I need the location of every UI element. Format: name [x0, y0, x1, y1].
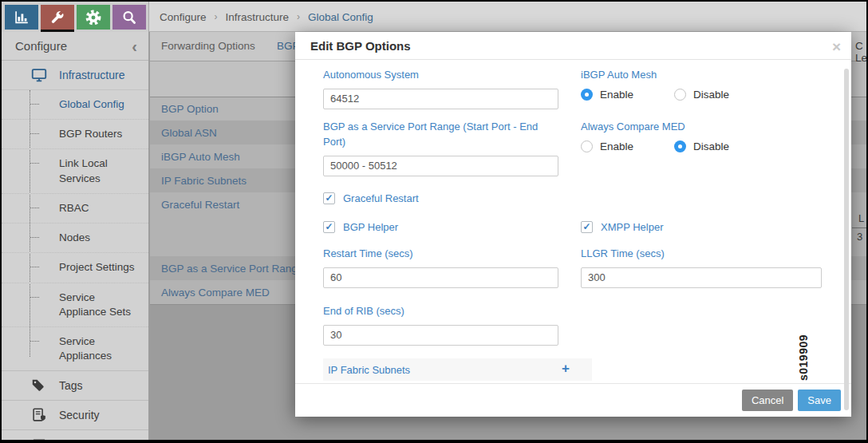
- radio-icon[interactable]: [581, 89, 593, 101]
- autonomous-system-input[interactable]: [323, 89, 558, 109]
- sidebar: Configure ‹ Infrastructure Global Config…: [2, 32, 149, 440]
- wrench-icon: [49, 10, 65, 26]
- field-label: iBGP Auto Mesh: [581, 68, 822, 83]
- field-label: Always Compare MED: [581, 120, 822, 135]
- field-label: LLGR Time (secs): [581, 247, 822, 262]
- ip-fabric-subnets-label[interactable]: IP Fabric Subnets: [328, 364, 410, 376]
- row-label-bgp-option[interactable]: BGP Option: [161, 103, 219, 115]
- med-disable-radio[interactable]: Disable: [674, 140, 729, 152]
- cancel-button[interactable]: Cancel: [742, 390, 793, 411]
- restart-time-input[interactable]: [323, 267, 558, 288]
- field-label: Restart Time (secs): [323, 247, 558, 262]
- background-text-fragment: 3: [857, 231, 862, 243]
- sidebar-item-tags[interactable]: Tags: [2, 371, 148, 400]
- session-watermark: s019909: [797, 333, 810, 381]
- configure-wrench-icon[interactable]: [41, 5, 74, 30]
- background-text-fragment: L: [858, 212, 864, 224]
- sidebar-item-infrastructure[interactable]: Infrastructure: [2, 61, 148, 89]
- background-divider-fragment: [852, 227, 866, 228]
- radio-icon[interactable]: [674, 140, 686, 152]
- sidebar-section-infrastructure: Infrastructure Global Config BGP Routers…: [2, 61, 148, 371]
- dialog-footer: Cancel Save: [295, 383, 851, 417]
- field-graceful-restart: Graceful Restart: [323, 192, 558, 221]
- row-label-bgpaas-port-range[interactable]: BGP as a Service Port Range: [161, 263, 303, 275]
- end-of-rib-input[interactable]: [323, 325, 558, 346]
- breadcrumb-separator-icon: ›: [297, 11, 300, 22]
- ibgp-disable-radio[interactable]: Disable: [674, 89, 729, 101]
- checkbox-icon[interactable]: [323, 192, 335, 204]
- sidebar-section-tags: Tags: [2, 371, 148, 401]
- settings-gear-icon[interactable]: [77, 5, 110, 30]
- close-icon[interactable]: ×: [832, 39, 841, 54]
- sidebar-item-label: Tags: [59, 379, 83, 392]
- dialog-header: Edit BGP Options ×: [295, 32, 851, 60]
- med-enable-radio[interactable]: Enable: [581, 140, 674, 152]
- row-label-ip-fabric-subnets[interactable]: IP Fabric Subnets: [161, 175, 247, 187]
- spacer-cell: [581, 192, 822, 221]
- sidebar-item-global-config[interactable]: Global Config: [2, 90, 148, 120]
- sidebar-item-nodes[interactable]: Nodes: [2, 223, 148, 253]
- radio-label: Disable: [693, 140, 729, 152]
- sidebar-item-link-local-services[interactable]: Link Local Services: [2, 149, 148, 193]
- ibgp-auto-mesh-radio-group: Enable Disable: [581, 89, 822, 101]
- sidebar-item-label: Infrastructure: [59, 69, 124, 81]
- bgpaas-port-range-input[interactable]: [323, 156, 558, 176]
- ip-fabric-subnets-section: IP Fabric Subnets +: [323, 358, 592, 381]
- dialog-scrollbar[interactable]: [844, 69, 849, 410]
- row-label-graceful-restart[interactable]: Graceful Restart: [161, 199, 239, 211]
- always-compare-med-radio-group: Enable Disable: [581, 140, 822, 152]
- bar-chart-icon: [13, 9, 30, 26]
- radio-icon[interactable]: [581, 140, 593, 152]
- field-xmpp-helper: XMPP Helper: [581, 221, 822, 247]
- bgp-helper-checkbox[interactable]: BGP Helper: [323, 221, 558, 233]
- sidebar-item-security[interactable]: Security: [2, 401, 148, 429]
- breadcrumb-infrastructure[interactable]: Infrastructure: [226, 11, 290, 23]
- llgr-time-input[interactable]: [581, 267, 822, 288]
- sidebar-title: Configure: [15, 39, 67, 53]
- row-label-always-compare-med[interactable]: Always Compare MED: [161, 287, 270, 299]
- field-restart-time: Restart Time (secs): [323, 247, 558, 304]
- gear-icon: [85, 9, 102, 26]
- sidebar-section-security: Security: [2, 401, 148, 430]
- checkbox-icon[interactable]: [581, 221, 593, 233]
- checkbox-label: Graceful Restart: [343, 192, 419, 204]
- sidebar-item-bgp-routers[interactable]: BGP Routers: [2, 120, 148, 149]
- breadcrumb: Configure › Infrastructure › Global Conf…: [160, 2, 373, 32]
- row-label-global-asn[interactable]: Global ASN: [161, 127, 217, 139]
- tab-forwarding-options[interactable]: Forwarding Options: [161, 40, 255, 52]
- ibgp-enable-radio[interactable]: Enable: [581, 89, 674, 101]
- physical-devices-icon: [30, 436, 48, 440]
- field-label: Autonomous System: [323, 68, 558, 83]
- field-label: End of RIB (secs): [323, 304, 558, 319]
- sidebar-header: Configure ‹: [2, 32, 148, 61]
- breadcrumb-configure[interactable]: Configure: [160, 11, 207, 23]
- monitor-icon: [30, 66, 48, 84]
- sidebar-section-physical-devices: Physical Devices: [2, 430, 148, 440]
- field-label: BGP as a Service Port Range (Start Port …: [323, 120, 558, 150]
- radio-label: Enable: [600, 140, 633, 152]
- application-window: Configure › Infrastructure › Global Conf…: [2, 2, 866, 440]
- sidebar-collapse-icon[interactable]: ‹: [132, 38, 137, 54]
- save-button[interactable]: Save: [798, 390, 841, 411]
- xmpp-helper-checkbox[interactable]: XMPP Helper: [581, 221, 822, 233]
- sidebar-item-service-appliance-sets[interactable]: Service Appliance Sets: [2, 283, 148, 327]
- row-label-ibgp-auto-mesh[interactable]: iBGP Auto Mesh: [161, 151, 240, 163]
- sidebar-item-label: Security: [59, 409, 100, 421]
- sidebar-item-project-settings[interactable]: Project Settings: [2, 253, 148, 283]
- checkbox-label: XMPP Helper: [601, 221, 664, 233]
- field-bgp-helper: BGP Helper: [323, 221, 558, 247]
- monitor-chart-icon[interactable]: [5, 5, 38, 30]
- search-app-icon[interactable]: [112, 5, 146, 30]
- top-bar: Configure › Infrastructure › Global Conf…: [2, 2, 866, 32]
- add-subnet-icon[interactable]: +: [562, 362, 570, 375]
- checkbox-label: BGP Helper: [343, 221, 398, 233]
- sidebar-item-rbac[interactable]: RBAC: [2, 194, 148, 223]
- radio-icon[interactable]: [674, 89, 686, 101]
- sidebar-item-service-appliances[interactable]: Service Appliances: [2, 327, 148, 370]
- checkbox-icon[interactable]: [323, 221, 335, 233]
- sidebar-item-label: Physical Devices: [59, 438, 144, 440]
- field-llgr-time: LLGR Time (secs): [581, 247, 822, 304]
- dialog-title: Edit BGP Options: [310, 39, 411, 53]
- sidebar-item-physical-devices[interactable]: Physical Devices: [2, 430, 148, 440]
- graceful-restart-checkbox[interactable]: Graceful Restart: [323, 192, 558, 204]
